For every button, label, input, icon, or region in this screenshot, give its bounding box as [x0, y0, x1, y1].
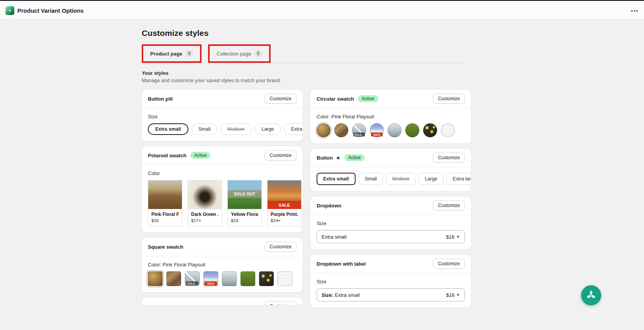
- size-button-option[interactable]: Extra large: [446, 173, 471, 185]
- variant-price: $16: [151, 218, 179, 223]
- swatch-status-badge: SALE: [268, 201, 301, 209]
- selected-price: $16: [446, 292, 454, 298]
- active-status-badge: Active: [344, 154, 365, 161]
- size-pill-option[interactable]: Large: [254, 123, 281, 135]
- selected-price: $16: [446, 234, 454, 240]
- swatch-caption: Purple Print... $14+: [268, 209, 301, 226]
- size-pill-option[interactable]: Extra small: [148, 123, 188, 135]
- variant-name: Pink Floral P...: [151, 212, 179, 217]
- card-dropdown: Dropdown Customize Size Extra small $16 …: [310, 196, 471, 249]
- swatch-status-badge: SOLD...: [353, 133, 365, 136]
- swatch-caption: Pink Floral P... $16: [148, 209, 182, 226]
- option-label: Size: [317, 279, 465, 285]
- polaroid-swatch-tile[interactable]: SOLD OUT Yellow Floral... $19: [227, 180, 262, 226]
- polaroid-swatch-tile[interactable]: Dark Green ... $17+: [188, 180, 222, 226]
- app-window: ✦ Product Variant Options ••• Customize …: [0, 0, 644, 330]
- customize-button[interactable]: Customize: [264, 94, 297, 104]
- square-swatch[interactable]: [166, 271, 181, 286]
- circular-swatch[interactable]: SOLD...: [352, 123, 366, 137]
- customize-button[interactable]: Customize: [264, 301, 297, 305]
- size-pill-option[interactable]: Extra large: [284, 123, 303, 135]
- selected-price-group: $16 ▼: [446, 292, 460, 298]
- square-swatch[interactable]: SALE: [203, 271, 218, 286]
- tab-product-page[interactable]: Product page 9: [143, 46, 200, 61]
- card-button-pill: Button pill Customize Size Extra smallSm…: [142, 89, 303, 141]
- chat-widget-button[interactable]: [581, 285, 601, 305]
- chevron-down-icon: ▼: [456, 235, 460, 239]
- circular-swatch[interactable]: [317, 123, 330, 137]
- customize-button[interactable]: Customize: [264, 150, 297, 160]
- size-pill-option[interactable]: Small: [192, 123, 217, 135]
- card-header: Customize: [142, 297, 303, 305]
- polaroid-swatch-tile[interactable]: SALE Purple Print... $14+: [267, 180, 302, 226]
- circular-swatch[interactable]: [423, 123, 437, 137]
- square-swatch[interactable]: [259, 271, 274, 286]
- section-header: Your styles Manage and customize your sa…: [142, 70, 471, 83]
- customize-button[interactable]: Customize: [433, 94, 465, 104]
- circular-swatch[interactable]: SALE: [370, 123, 384, 137]
- square-swatch[interactable]: [278, 271, 292, 286]
- square-swatch[interactable]: [241, 271, 255, 286]
- tabs-divider: [142, 63, 465, 63]
- tab-label: Product page: [150, 51, 182, 57]
- tab-label: Collection page: [217, 51, 251, 57]
- variant-name: Yellow Floral...: [231, 212, 258, 217]
- customize-button[interactable]: Customize: [433, 153, 465, 163]
- swatch-image: SOLD OUT: [228, 180, 261, 209]
- circular-swatch[interactable]: [441, 123, 455, 137]
- tab-collection-page[interactable]: Collection page 5: [210, 46, 269, 61]
- variant-price: $14+: [271, 218, 298, 223]
- size-button-option[interactable]: Medium: [386, 173, 415, 185]
- card-title: Polaroid swatch: [148, 153, 186, 158]
- annotation-box-product-page: Product page 9: [142, 44, 202, 63]
- swatch-caption: Dark Green ... $17+: [188, 209, 222, 226]
- card-header: Dropdown Customize: [310, 196, 471, 215]
- option-label: Color: Pink Floral Playsuit: [148, 262, 297, 268]
- active-status-badge: Active: [358, 95, 378, 102]
- swatch-image: SALE: [268, 180, 301, 209]
- card-partial-next-style: Customize: [142, 297, 303, 305]
- card-title: Button pill: [148, 96, 173, 102]
- card-title: Button: [317, 155, 333, 161]
- card-title: Dropdown: [317, 203, 341, 209]
- variant-price: $17+: [191, 218, 219, 223]
- card-square-swatch: Square swatch Customize Color: Pink Flor…: [142, 237, 303, 292]
- circular-swatch-row: SOLD... SALE: [317, 123, 465, 137]
- polaroid-swatch-tile[interactable]: Pink Floral P... $16: [148, 180, 182, 226]
- overflow-menu-button[interactable]: •••: [628, 6, 639, 15]
- circular-swatch[interactable]: [405, 123, 419, 137]
- card-header: Circular swatch Active Customize: [310, 89, 471, 108]
- size-pill-option[interactable]: Medium: [220, 123, 251, 135]
- swatch-image: [148, 180, 182, 209]
- right-column: Circular swatch Active Customize Color: …: [310, 89, 471, 308]
- variant-name: Dark Green ...: [191, 212, 219, 217]
- selected-value: Size:Extra small: [322, 292, 360, 298]
- card-button: Button ★ Active Customize Extra smallSma…: [310, 148, 471, 191]
- size-button-option[interactable]: Large: [419, 173, 443, 185]
- swatch-status-badge: SALE: [371, 133, 383, 136]
- chevron-down-icon: ▼: [456, 293, 460, 297]
- active-status-badge: Active: [190, 152, 211, 159]
- square-swatch[interactable]: [222, 271, 237, 286]
- size-button-option[interactable]: Small: [359, 173, 383, 185]
- customize-button[interactable]: Customize: [433, 259, 465, 269]
- card-body: Color: Pink Floral Playsuit SOLD...: [310, 108, 471, 143]
- square-swatch[interactable]: [148, 271, 163, 286]
- card-header: Square swatch Customize: [142, 237, 303, 256]
- circular-swatch[interactable]: [334, 123, 348, 137]
- star-icon: ★: [336, 155, 341, 161]
- square-swatch[interactable]: SOLD...: [185, 271, 200, 286]
- size-dropdown[interactable]: Extra small $16 ▼: [317, 230, 465, 243]
- card-title: Circular swatch: [317, 96, 354, 102]
- card-polaroid-swatch: Polaroid swatch Active Customize Color: [142, 146, 303, 232]
- customize-button[interactable]: Customize: [433, 200, 465, 210]
- card-body: Size Extra small $16 ▼: [310, 215, 471, 249]
- section-title: Your styles: [142, 70, 471, 76]
- customize-button[interactable]: Customize: [264, 242, 297, 252]
- card-header: Polaroid swatch Active Customize: [142, 146, 303, 165]
- size-button-option[interactable]: Extra small: [317, 173, 356, 185]
- app-title: Product Variant Options: [17, 7, 84, 14]
- circular-swatch[interactable]: [388, 123, 402, 137]
- size-dropdown-labeled[interactable]: Size:Extra small $16 ▼: [317, 288, 465, 301]
- card-header: Dropdown with label Customize: [310, 254, 471, 273]
